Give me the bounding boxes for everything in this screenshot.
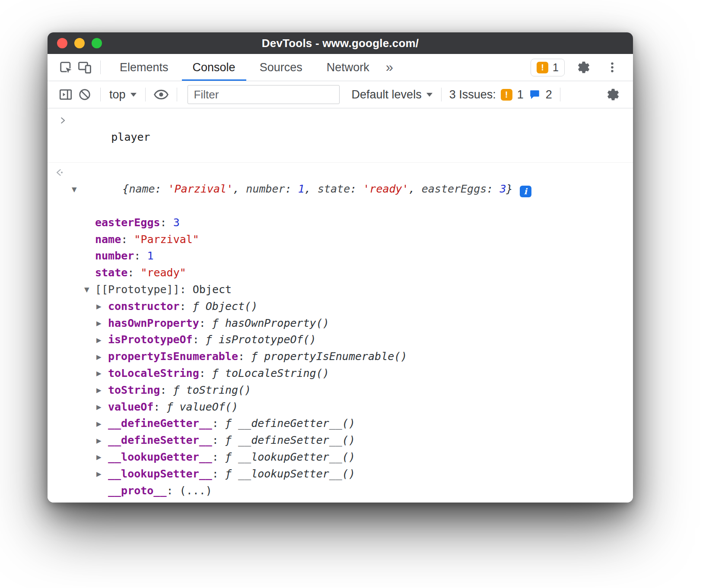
divider (441, 88, 442, 101)
issue-warning-icon: ! (501, 89, 512, 101)
result-return-icon (54, 168, 64, 178)
token-punct: : (193, 501, 206, 503)
live-expression-button[interactable] (152, 84, 171, 105)
token-fn: ƒ __lookupGetter__() (225, 451, 355, 463)
tree-row: ▶propertyIsEnumerable: ƒ propertyIsEnume… (48, 348, 633, 365)
tree-row: ▶get __proto__: ƒ __proto__() (48, 499, 633, 503)
token-punct: : (160, 216, 173, 229)
token-prop: state (95, 266, 127, 279)
divider (100, 60, 101, 74)
expand-triangle-right[interactable]: ▶ (96, 499, 102, 503)
command-chevron-icon (58, 116, 67, 125)
token-str: "Parzival" (134, 233, 199, 246)
token-prop: __lookupGetter__ (108, 451, 212, 463)
token-str: 'ready' (363, 183, 408, 195)
tab-sources[interactable]: Sources (248, 54, 315, 81)
token-fn: ƒ toString() (173, 384, 251, 396)
chevron-down-icon (130, 93, 137, 97)
kebab-menu-button[interactable] (603, 57, 622, 78)
token-punct: : (350, 183, 363, 195)
console-sidebar-toggle-button[interactable] (56, 84, 75, 105)
divider (560, 88, 560, 101)
gear-icon (606, 88, 620, 101)
token-prop: number (95, 250, 134, 262)
divider (177, 88, 177, 101)
token-prop: __proto__ (108, 484, 166, 497)
context-selector[interactable]: top (107, 88, 139, 101)
token-prop: __defineGetter__ (108, 417, 212, 430)
token-punct: : (212, 417, 225, 430)
expand-triangle-right[interactable]: ▶ (96, 298, 102, 315)
expand-triangle-right[interactable]: ▶ (96, 332, 102, 348)
expand-triangle-right[interactable]: ▶ (96, 449, 102, 466)
token-pname: number (246, 183, 285, 195)
tree-row: ▼[[Prototype]]: Object (48, 281, 633, 298)
token-punct: : (166, 484, 179, 497)
tab-elements[interactable]: Elements (108, 54, 181, 81)
log-levels-selector[interactable]: Default levels (349, 88, 435, 101)
tree-row: ▶isPrototypeOf: ƒ isPrototypeOf() (48, 332, 633, 348)
inspect-cursor-icon (58, 60, 73, 75)
eye-icon (153, 87, 169, 102)
titlebar: DevTools - www.google.com/ (48, 32, 633, 54)
token-accessor: get __proto__ (108, 501, 193, 503)
clear-console-icon (78, 88, 92, 101)
issues-counter-button[interactable]: 3 Issues: ! 1 2 (448, 88, 554, 101)
context-label: top (109, 88, 126, 101)
proto-ellipsis[interactable]: (...) (180, 484, 212, 497)
close-button[interactable] (57, 38, 67, 48)
tree-row: ▶constructor: ƒ Object() (48, 298, 633, 315)
more-tabs-button[interactable]: » (382, 60, 398, 75)
gear-icon (577, 60, 591, 74)
devtools-window: DevTools - www.google.com/ ElementsConso… (48, 32, 633, 503)
token-punct: : (121, 233, 134, 246)
expand-triangle-right[interactable]: ▶ (96, 399, 102, 416)
issue-error-count: 1 (517, 88, 524, 101)
token-punct: : (153, 401, 166, 413)
expand-triangle-right[interactable]: ▶ (96, 365, 102, 382)
token-punct: : (212, 451, 225, 463)
token-pname: easterEggs (422, 183, 487, 195)
object-preview: {name: 'Parzival', number: 1, state: 're… (122, 183, 512, 195)
token-pname: state (318, 183, 350, 195)
expand-triangle-right[interactable]: ▶ (96, 415, 102, 432)
inspect-element-button[interactable] (56, 57, 75, 78)
token-num: 1 (147, 250, 153, 262)
expand-triangle-right[interactable]: ▶ (96, 432, 102, 449)
info-icon[interactable]: i (520, 186, 531, 197)
expand-triangle-right[interactable]: ▶ (96, 315, 102, 332)
console-sidebar-icon (58, 87, 73, 102)
console-output: player ▼{name: 'Parzival', number: 1, st… (48, 108, 633, 503)
chevron-down-icon (426, 93, 433, 97)
token-punct: : (285, 183, 298, 195)
console-result-row: ▼{name: 'Parzival', number: 1, state: 'r… (48, 164, 633, 214)
console-settings-button[interactable] (604, 84, 623, 105)
filter-input[interactable] (188, 85, 340, 104)
zoom-button[interactable] (92, 38, 102, 48)
tree-row: ▶__lookupSetter__: ƒ __lookupSetter__() (48, 466, 633, 483)
token-prop: easterEggs (95, 216, 160, 229)
tab-console[interactable]: Console (181, 54, 248, 81)
expand-triangle-right[interactable]: ▶ (96, 466, 102, 483)
expand-triangle-right[interactable]: ▶ (96, 382, 102, 399)
devtools-settings-button[interactable] (574, 57, 593, 78)
expand-triangle-right[interactable]: ▶ (96, 348, 102, 365)
clear-console-button[interactable] (75, 84, 94, 105)
traffic-lights (57, 32, 102, 54)
divider (100, 88, 101, 101)
expand-triangle-down[interactable]: ▼ (72, 164, 77, 214)
warnings-counter-button[interactable]: ! 1 (531, 59, 565, 76)
token-fn: ƒ __defineGetter__() (225, 417, 355, 430)
tree-row: ▶__defineGetter__: ƒ __defineGetter__() (48, 415, 633, 432)
minimize-button[interactable] (74, 38, 85, 48)
token-proto: [[Prototype]] (95, 283, 180, 296)
expand-triangle-down[interactable]: ▼ (84, 281, 89, 298)
token-punct: : (127, 266, 140, 279)
token-prop: constructor (108, 300, 180, 313)
tab-network[interactable]: Network (315, 54, 382, 81)
tree-row: state: "ready" (48, 265, 633, 281)
device-toolbar-button[interactable] (75, 57, 94, 78)
token-num: 3 (173, 216, 180, 229)
token-punct: : (212, 434, 225, 446)
token-punct: , (233, 183, 246, 195)
